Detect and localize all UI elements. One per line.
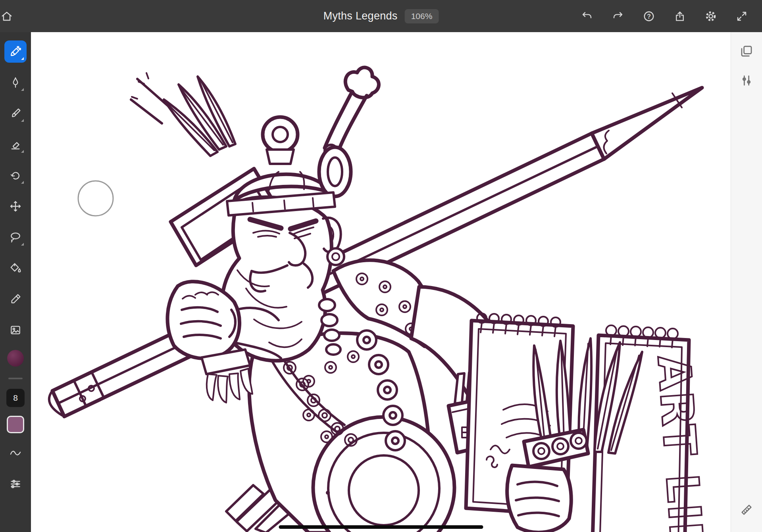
smudge-icon bbox=[9, 169, 22, 182]
tool-selection-lasso[interactable] bbox=[4, 226, 27, 248]
settings-button[interactable] bbox=[704, 10, 718, 23]
subtool-indicator bbox=[21, 243, 24, 246]
document-title: Myths Legends bbox=[323, 10, 398, 22]
subtool-indicator bbox=[21, 88, 24, 91]
active-color-well[interactable] bbox=[7, 350, 24, 367]
tool-smoothing[interactable] bbox=[4, 442, 27, 464]
redo-button[interactable] bbox=[611, 10, 625, 23]
top-bar: Myths Legends 106% ? bbox=[0, 0, 762, 32]
ruler-icon bbox=[740, 503, 753, 517]
fullscreen-button[interactable] bbox=[735, 10, 749, 23]
gear-icon bbox=[704, 10, 717, 23]
right-taskbar bbox=[731, 32, 762, 532]
subtool-indicator bbox=[21, 150, 24, 153]
drawing-canvas[interactable]: ART LIFE bbox=[31, 32, 731, 532]
home-button[interactable] bbox=[0, 10, 13, 23]
tool-move-transform[interactable] bbox=[4, 195, 27, 217]
tool-eraser[interactable] bbox=[4, 133, 27, 156]
share-icon bbox=[674, 10, 686, 22]
svg-text:?: ? bbox=[647, 13, 651, 19]
app-window: Myths Legends 106% ? bbox=[0, 0, 762, 532]
home-icon bbox=[1, 10, 13, 22]
document-header: Myths Legends 106% bbox=[323, 0, 439, 32]
eyedropper-icon bbox=[9, 293, 22, 305]
ruler-button[interactable] bbox=[738, 501, 755, 519]
tool-smudge[interactable] bbox=[4, 164, 27, 186]
move-icon bbox=[9, 200, 22, 213]
fill-bucket-icon bbox=[9, 262, 22, 275]
adjustments-icon bbox=[740, 74, 753, 87]
lasso-icon bbox=[9, 231, 22, 244]
mixer-brush-icon bbox=[9, 107, 22, 120]
tool-brush-settings[interactable] bbox=[4, 473, 27, 495]
color-swatch[interactable] bbox=[7, 416, 24, 433]
share-button[interactable] bbox=[673, 10, 687, 23]
layers-button[interactable] bbox=[738, 42, 755, 60]
tool-pixel-brush[interactable] bbox=[4, 40, 27, 63]
tool-eyedropper[interactable] bbox=[4, 288, 27, 310]
fullscreen-icon bbox=[736, 10, 748, 22]
image-icon bbox=[9, 324, 22, 336]
tool-live-brush[interactable] bbox=[4, 71, 27, 94]
artwork-big-notepad: ART LIFE bbox=[592, 325, 715, 532]
eraser-icon bbox=[9, 138, 22, 151]
subtool-indicator bbox=[21, 57, 24, 60]
tool-fill[interactable] bbox=[4, 257, 27, 279]
topbar-actions: ? bbox=[580, 10, 762, 23]
subtool-indicator bbox=[21, 181, 24, 184]
brush-cursor bbox=[78, 181, 113, 216]
pixel-brush-icon bbox=[9, 45, 22, 58]
brush-size-control[interactable]: 8 bbox=[6, 389, 25, 407]
adjustments-button[interactable] bbox=[738, 72, 755, 89]
toolbar-divider bbox=[8, 378, 23, 379]
layers-icon bbox=[740, 44, 753, 58]
smoothing-wave-icon bbox=[9, 446, 22, 460]
tool-place-image[interactable] bbox=[4, 319, 27, 341]
help-icon: ? bbox=[643, 10, 655, 22]
subtool-indicator bbox=[21, 119, 24, 122]
home-indicator[interactable] bbox=[279, 525, 483, 529]
brush-settings-icon bbox=[9, 478, 22, 490]
undo-button[interactable] bbox=[580, 10, 594, 23]
tool-mixer-brush[interactable] bbox=[4, 102, 27, 125]
help-button[interactable]: ? bbox=[642, 10, 656, 23]
live-brush-icon bbox=[9, 76, 22, 89]
redo-icon bbox=[612, 10, 624, 22]
undo-icon bbox=[581, 10, 593, 22]
canvas-artwork: ART LIFE bbox=[31, 32, 731, 532]
tool-sidebar: 8 bbox=[0, 32, 31, 532]
zoom-level-badge[interactable]: 106% bbox=[405, 9, 439, 23]
